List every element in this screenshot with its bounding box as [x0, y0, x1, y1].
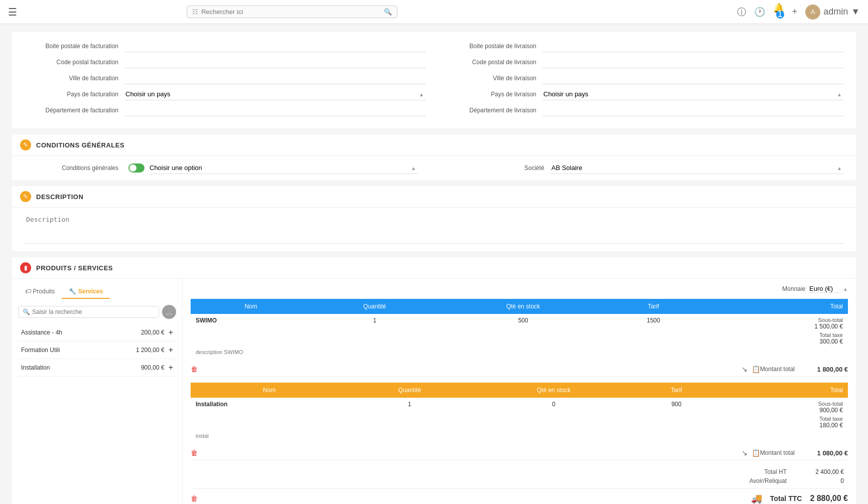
boite-postale-livraison-input[interactable] [542, 40, 844, 52]
blue-delete-button[interactable]: 🗑 [191, 365, 198, 373]
history-icon[interactable]: 🕐 [754, 7, 765, 18]
menu-icon[interactable]: ☰ [8, 6, 17, 18]
orange-down-icon[interactable]: ↘ [742, 449, 748, 457]
orange-total-taxe-value: 180,00 € [721, 422, 843, 429]
help-icon[interactable]: ⓘ [737, 6, 746, 18]
search-bar: ☷ 🔍 [187, 6, 397, 18]
add-service-2-button[interactable]: + [169, 363, 173, 372]
departement-livraison-label: Département de livraison [442, 107, 542, 114]
orange-product-table: Nom Quantité Qté en stock Tarif Total In… [191, 383, 848, 442]
search-input-wrap: 🔍 [18, 306, 159, 318]
orange-total-taxe-label: Total taxe [721, 416, 843, 422]
blue-product-table: Nom Quantité Qté en stock Tarif Total SW… [191, 299, 848, 358]
boite-postale-livraison-label: Boite postale de livraison [442, 43, 542, 50]
total-ttc-value: 2 880,00 € [810, 494, 848, 503]
blue-total-taxe-label: Total taxe [704, 332, 843, 338]
right-panel: Monnaie Euro (€) ▲ Nom Quantité [183, 279, 856, 504]
pays-livraison-arrow: ▲ [837, 92, 842, 97]
orange-col-tarif: Tarif [636, 383, 716, 398]
blue-stock-cell: 500 [438, 314, 608, 348]
pays-facturation-select[interactable]: Choisir un pays [124, 88, 426, 100]
list-item[interactable]: Assistance - 4h 200,00 € + [18, 324, 176, 342]
departement-facturation-input[interactable] [124, 104, 426, 116]
user-menu[interactable]: A admin ▼ [805, 5, 860, 20]
departement-livraison-input[interactable] [542, 104, 844, 116]
orange-col-stock: Qté en stock [471, 383, 636, 398]
list-item[interactable]: Formation Utili 1 200,00 € + [18, 342, 176, 359]
add-service-0-button[interactable]: + [169, 328, 173, 337]
blue-sous-total-label: Sous-total [704, 317, 843, 323]
code-postal-livraison-label: Code postal de livraison [442, 59, 542, 66]
societe-select[interactable]: AB Solaire [550, 162, 844, 174]
conditions-section-icon: ✎ [20, 139, 31, 150]
orange-sous-total-value: 900,00 € [721, 407, 843, 414]
services-icon: 🔧 [69, 288, 76, 295]
avoir-row: Avoir/Reliquat 0 [191, 477, 848, 484]
user-dropdown-icon: ▼ [851, 7, 860, 17]
orange-col-quantite: Quantité [348, 383, 471, 398]
departement-facturation-label: Département de facturation [24, 107, 124, 114]
pays-livraison-select[interactable]: Choisir un pays [542, 88, 844, 100]
conditions-option-select[interactable]: Choisir une option [149, 162, 418, 174]
orange-tarif-cell: 900 [636, 398, 716, 432]
add-service-1-button[interactable]: + [169, 346, 173, 355]
code-postal-facturation-label: Code postal facturation [24, 59, 124, 66]
orange-product-name: Installation [196, 401, 343, 408]
notifications-icon[interactable]: 🔔 1 [773, 3, 784, 22]
ville-facturation-label: Ville de facturation [24, 75, 124, 82]
blue-col-stock: Qté en stock [438, 299, 608, 314]
more-options-button[interactable]: … [162, 305, 176, 319]
left-panel: 🏷 Produits 🔧 Services 🔍 … [12, 279, 183, 504]
produits-icon: 🏷 [25, 288, 31, 295]
code-postal-livraison-input[interactable] [542, 56, 844, 68]
list-item[interactable]: Installation 900,00 € + [18, 359, 176, 377]
currency-select[interactable]: Euro (€) [809, 285, 841, 293]
description-section-icon: ✎ [20, 191, 31, 202]
tab-produits[interactable]: 🏷 Produits [18, 285, 62, 299]
blue-description-cell: description SWIMO [191, 348, 699, 358]
blue-copy-button[interactable]: 📋 [752, 365, 760, 373]
blue-sous-total-value: 1 500,00 € [704, 323, 843, 330]
pays-livraison-label: Pays de livraison [442, 91, 542, 98]
currency-select-wrap: Euro (€) ▲ [809, 285, 848, 293]
blue-montant-total: Montant total 1 800,00 € [760, 366, 848, 373]
service-search-input[interactable] [32, 308, 155, 315]
description-textarea[interactable] [24, 214, 844, 244]
total-ht-row: Total HT 2 400,00 € [191, 468, 848, 475]
total-ht-label: Total HT [716, 468, 787, 475]
orange-description-cell: instal [191, 432, 716, 442]
societe-label: Société [450, 164, 550, 172]
orange-delete-button[interactable]: 🗑 [191, 449, 198, 457]
total-ht-value: 2 400,00 € [799, 468, 844, 475]
products-section-title: Produits / Services [36, 264, 113, 272]
currency-arrow: ▲ [843, 286, 848, 292]
blue-down-icon[interactable]: ↘ [742, 365, 748, 373]
search-submit-icon[interactable]: 🔍 [384, 8, 392, 16]
final-delete-button[interactable]: 🗑 [191, 494, 198, 502]
tab-services[interactable]: 🔧 Services [62, 285, 110, 299]
ville-facturation-input[interactable] [124, 72, 426, 84]
conditions-toggle[interactable] [128, 163, 144, 173]
pays-facturation-arrow: ▲ [419, 92, 424, 97]
services-list: Assistance - 4h 200,00 € + Formation Uti… [18, 324, 176, 377]
orange-copy-button[interactable]: 📋 [752, 449, 760, 457]
delivery-icon[interactable]: 🚚 [751, 493, 762, 504]
boite-postale-facturation-input[interactable] [124, 40, 426, 52]
conditions-section-title: Conditions Générales [36, 141, 124, 149]
blue-total-taxe-value: 300,00 € [704, 338, 843, 345]
currency-label: Monnaie [782, 285, 805, 292]
tabs: 🏷 Produits 🔧 Services [18, 285, 176, 299]
totals-section: Total HT 2 400,00 € Avoir/Reliquat 0 [191, 468, 848, 484]
ville-livraison-input[interactable] [542, 72, 844, 84]
blue-col-nom: Nom [191, 299, 311, 314]
code-postal-facturation-input[interactable] [124, 56, 426, 68]
add-icon[interactable]: + [792, 7, 798, 17]
search-input[interactable] [201, 8, 384, 16]
orange-montant-total: Montant total 1 080,00 € [760, 449, 848, 457]
blue-col-quantite: Quantité [311, 299, 438, 314]
pays-facturation-label: Pays de facturation [24, 91, 124, 98]
description-section-title: Description [36, 193, 83, 201]
orange-col-total: Total [716, 383, 848, 398]
societe-arrow: ▲ [837, 165, 842, 171]
orange-col-nom: Nom [191, 383, 348, 398]
